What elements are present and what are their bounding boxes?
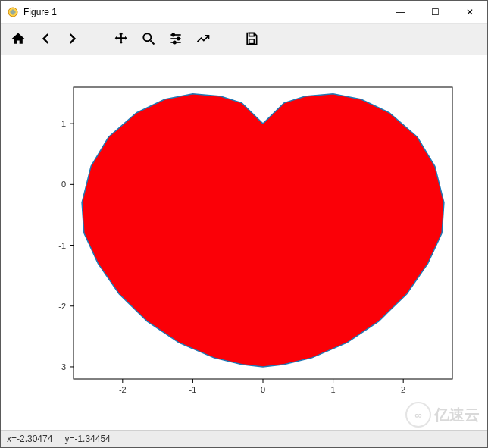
zoom-button[interactable]: [136, 27, 161, 52]
back-button[interactable]: [33, 27, 58, 52]
svg-text:-1: -1: [58, 241, 66, 250]
arrow-left-icon: [38, 31, 53, 49]
maximize-button[interactable]: ☐: [418, 1, 452, 23]
zoom-icon: [141, 31, 156, 49]
svg-text:0: 0: [61, 180, 66, 189]
figure-window: Figure 1 — ☐ ✕: [0, 0, 488, 448]
chart-canvas: -2-1012-3-2-101: [20, 64, 468, 421]
svg-point-8: [174, 41, 176, 43]
minimize-icon: —: [396, 7, 405, 17]
svg-text:-3: -3: [58, 362, 66, 371]
arrow-right-icon: [65, 31, 80, 49]
sliders-icon: [168, 31, 183, 49]
svg-point-1: [143, 33, 151, 41]
titlebar: Figure 1 — ☐ ✕: [1, 1, 487, 24]
plot-area[interactable]: -2-1012-3-2-101: [1, 55, 487, 430]
svg-point-6: [172, 33, 174, 36]
configure-subplots-button[interactable]: [163, 27, 189, 52]
home-icon: [11, 31, 26, 49]
cursor-y: y=-1.34454: [64, 434, 110, 444]
svg-rect-10: [249, 39, 255, 43]
forward-button[interactable]: [60, 27, 86, 52]
svg-text:-1: -1: [189, 385, 197, 394]
svg-point-7: [177, 37, 180, 39]
window-title: Figure 1: [23, 7, 57, 17]
svg-rect-9: [249, 33, 255, 36]
chart-edit-icon: [196, 31, 211, 49]
svg-text:1: 1: [331, 385, 336, 394]
svg-text:2: 2: [401, 385, 405, 394]
app-icon: [7, 6, 19, 18]
move-icon: [114, 31, 129, 49]
maximize-icon: ☐: [431, 7, 440, 17]
cursor-x: x=-2.30474: [7, 434, 52, 444]
pan-button[interactable]: [108, 27, 134, 52]
save-button[interactable]: [239, 27, 264, 52]
toolbar: [1, 24, 487, 55]
save-icon: [244, 31, 259, 49]
minimize-button[interactable]: —: [383, 1, 418, 23]
edit-chart-button[interactable]: [190, 27, 216, 52]
svg-text:-2: -2: [58, 302, 66, 311]
svg-text:-2: -2: [119, 385, 127, 394]
close-icon: ✕: [466, 7, 474, 17]
svg-text:0: 0: [261, 385, 265, 394]
close-button[interactable]: ✕: [452, 1, 487, 23]
statusbar: x=-2.30474 y=-1.34454: [1, 430, 487, 447]
svg-line-2: [151, 40, 155, 44]
svg-text:1: 1: [61, 119, 66, 128]
home-button[interactable]: [5, 27, 31, 52]
